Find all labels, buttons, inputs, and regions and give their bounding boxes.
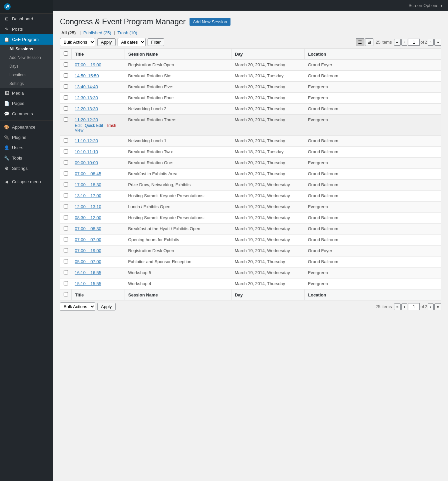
submenu-add-new-session[interactable]: Add New Session — [0, 53, 53, 62]
select-all-checkbox[interactable] — [64, 51, 68, 56]
session-time-link[interactable]: 14:50–15:50 — [75, 73, 99, 78]
session-time-link[interactable]: 12:30-13:30 — [75, 95, 98, 100]
grid-view-button[interactable]: ⊞ — [365, 38, 373, 46]
row-checkbox[interactable] — [64, 117, 68, 122]
first-page-button-bottom[interactable]: « — [394, 303, 401, 310]
page-number-input-bottom[interactable] — [408, 303, 420, 310]
session-name-cell: Lunch / Exhibits Open — [125, 202, 231, 213]
session-time-link[interactable]: 11:10-12:20 — [75, 138, 98, 143]
row-checkbox[interactable] — [64, 259, 68, 263]
session-time-link[interactable]: 07:00 – 19:00 — [75, 248, 102, 253]
session-time-link[interactable]: 05:00 – 07:00 — [75, 259, 102, 264]
select-all-footer-checkbox[interactable] — [64, 292, 68, 296]
session-time-link[interactable]: 17:00 – 18:30 — [75, 182, 102, 187]
day-column-header[interactable]: Day — [231, 49, 305, 60]
session-time-link[interactable]: 12:00 – 13:10 — [75, 204, 102, 209]
select-all-header[interactable] — [60, 49, 72, 60]
last-page-button-top[interactable]: » — [434, 39, 441, 46]
row-checkbox[interactable] — [64, 215, 68, 220]
sidebar-item-pages[interactable]: 📄 Pages — [0, 98, 53, 109]
row-checkbox[interactable] — [64, 95, 68, 100]
session-time-link[interactable]: 12:20-13:30 — [75, 106, 98, 111]
sidebar-item-appearance[interactable]: 🎨 Appearance — [0, 122, 53, 132]
session-time-link[interactable]: 07:00 – 07:00 — [75, 237, 102, 242]
sidebar-item-collapse[interactable]: ◀ Collapse menu — [0, 177, 53, 187]
location-column-header[interactable]: Location — [305, 49, 441, 60]
tab-trash[interactable]: Trash (10) — [117, 30, 137, 35]
first-page-button-top[interactable]: « — [394, 39, 401, 46]
row-checkbox[interactable] — [64, 193, 68, 198]
add-new-session-button[interactable]: Add New Session — [190, 18, 230, 26]
row-checkbox[interactable] — [64, 84, 68, 89]
session-time-link[interactable]: 13:40-14:40 — [75, 84, 98, 89]
row-checkbox[interactable] — [64, 270, 68, 274]
session-time-link[interactable]: 13:10 – 17:00 — [75, 193, 102, 198]
row-checkbox[interactable] — [64, 237, 68, 241]
session-name-column-header[interactable]: Session Name — [125, 49, 231, 60]
session-time-link[interactable]: 10:10-11:10 — [75, 149, 98, 154]
sidebar-item-tools[interactable]: 🔧 Tools — [0, 153, 53, 163]
session-time-link[interactable]: 07:00 – 19:00 — [75, 62, 102, 67]
sidebar-item-posts[interactable]: ✎ Posts — [0, 24, 53, 34]
trash-link[interactable]: Trash — [106, 123, 116, 128]
row-checkbox[interactable] — [64, 281, 68, 285]
apply-button-bottom[interactable]: Apply — [97, 303, 116, 310]
sidebar-item-users[interactable]: 👤 Users — [0, 143, 53, 153]
row-checkbox[interactable] — [64, 106, 68, 111]
submenu-locations[interactable]: Locations — [0, 71, 53, 79]
prev-page-button-bottom[interactable]: ‹ — [401, 303, 407, 310]
sidebar-item-plugins[interactable]: 🔌 Plugins — [0, 132, 53, 143]
session-time-link[interactable]: 07:00 – 08:45 — [75, 171, 102, 176]
row-checkbox[interactable] — [64, 171, 68, 176]
quick-edit-link[interactable]: Quick Edit — [85, 123, 103, 128]
table-row: 07:00 – 08:45 Breakfast in Exhibits Area… — [60, 169, 441, 180]
sidebar-item-settings[interactable]: ⚙ Settings — [0, 163, 53, 174]
submenu-days[interactable]: Days — [0, 62, 53, 71]
sidebar-item-comments[interactable]: 💬 Comments — [0, 109, 53, 119]
bulk-actions-select-bottom[interactable]: Bulk Actions — [60, 302, 95, 311]
date-filter-select[interactable]: All dates — [118, 38, 146, 46]
session-title-cell: 13:40-14:40 — [72, 82, 125, 93]
sidebar-item-ce-program[interactable]: 📋 C&E Program — [0, 34, 53, 45]
row-checkbox[interactable] — [64, 204, 68, 209]
submenu-all-sessions[interactable]: All Sessions — [0, 45, 53, 53]
table-row: 10:10-11:10 Breakout Rotation Two: March… — [60, 147, 441, 158]
row-checkbox[interactable] — [64, 226, 68, 231]
prev-page-button-top[interactable]: ‹ — [401, 39, 407, 46]
row-checkbox[interactable] — [64, 248, 68, 252]
filter-button[interactable]: Filter — [148, 38, 165, 46]
bulk-actions-select-top[interactable]: Bulk Actions — [60, 38, 95, 46]
row-checkbox-cell — [60, 191, 72, 202]
screen-options[interactable]: Screen Options ▾ — [408, 3, 443, 8]
row-checkbox[interactable] — [64, 182, 68, 187]
items-count-top: 25 items — [375, 40, 392, 45]
row-checkbox[interactable] — [64, 149, 68, 154]
submenu-settings[interactable]: Settings — [0, 79, 53, 88]
row-checkbox[interactable] — [64, 73, 68, 78]
session-time-link[interactable]: 08:30 – 12:00 — [75, 215, 102, 220]
tab-all[interactable]: All (25) — [61, 30, 76, 35]
title-column-header[interactable]: Title — [72, 49, 125, 60]
session-time-link[interactable]: 16:10 – 16:55 — [75, 270, 102, 275]
row-checkbox[interactable] — [64, 160, 68, 165]
sidebar-item-media[interactable]: 🖼 Media — [0, 88, 53, 98]
row-checkbox[interactable] — [64, 138, 68, 143]
tab-published[interactable]: Published (25) — [83, 30, 111, 35]
session-time-link[interactable]: 07:00 – 08:30 — [75, 226, 102, 231]
list-view-button[interactable]: ☰ — [356, 38, 364, 46]
view-link[interactable]: View — [75, 128, 84, 133]
session-time-link[interactable]: 11:20-12:20 — [75, 117, 98, 122]
next-page-button-bottom[interactable]: › — [428, 303, 434, 310]
sidebar-item-dashboard[interactable]: ⊞ Dashboard — [0, 14, 53, 24]
select-all-footer[interactable] — [60, 289, 72, 300]
apply-button-top[interactable]: Apply — [97, 38, 116, 46]
next-page-button-top[interactable]: › — [428, 39, 434, 46]
edit-link[interactable]: Edit — [75, 123, 82, 128]
session-time-link[interactable]: 09:00-10:00 — [75, 160, 98, 165]
session-day-cell: March 20, 2014, Thursday — [231, 104, 305, 115]
last-page-button-bottom[interactable]: » — [434, 303, 441, 310]
row-checkbox[interactable] — [64, 62, 68, 67]
session-time-link[interactable]: 15:10 – 15:55 — [75, 281, 102, 286]
page-number-input-top[interactable] — [408, 39, 420, 46]
session-location-cell: Grand Ballroom — [305, 256, 441, 267]
